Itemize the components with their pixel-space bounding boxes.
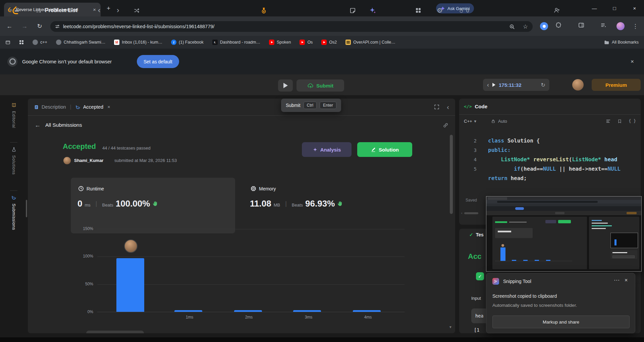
window-maximize-button[interactable]: □ (607, 0, 622, 16)
testcase-tab[interactable]: ✓ Tes (469, 232, 484, 237)
hscroll-thumb[interactable] (464, 212, 478, 214)
set-as-default-button[interactable]: Set as default (137, 55, 179, 68)
markup-and-share-button[interactable]: Markup and share (492, 316, 630, 328)
new-tab-button[interactable]: + (107, 5, 110, 12)
forward-icon[interactable]: → (20, 22, 29, 30)
bookmark-item[interactable]: Spoken (269, 40, 291, 45)
profile-avatar[interactable] (616, 22, 625, 30)
code-lines[interactable]: 2class Solution {3public:4 ListNode* rev… (459, 136, 641, 183)
zoom-icon[interactable] (509, 24, 515, 30)
submitter-name[interactable]: Shami_Kumar (74, 158, 103, 163)
all-bookmarks-button[interactable]: All Bookmarks (604, 40, 639, 45)
url-text[interactable]: leetcode.com/problems/reverse-linked-lis… (63, 24, 214, 29)
all-submissions-label[interactable]: All Submissions (45, 122, 82, 128)
back-arrow-icon[interactable]: ← (35, 122, 41, 129)
runtime-card[interactable]: Runtime 0 ms | Beats 100.00% (71, 178, 235, 233)
collaborate-icon[interactable] (553, 0, 560, 21)
timer-reset-icon[interactable]: ↻ (541, 82, 545, 88)
sidebar-item-editorial[interactable]: Editorial (9, 103, 19, 128)
tab-description[interactable]: Description (34, 104, 66, 110)
sidebar-item-solutions[interactable]: Solutions (9, 147, 19, 175)
copy-link-icon[interactable] (443, 122, 448, 128)
tab-separator: | (70, 104, 71, 110)
chart-bar-0ms[interactable] (116, 258, 144, 312)
extension-blue-icon[interactable] (540, 22, 548, 30)
banner-close-icon[interactable]: × (627, 57, 637, 67)
timer-widget[interactable]: ‹ 175:11:32 ↻ (483, 79, 549, 91)
collapse-panel-icon[interactable]: ‹ (447, 103, 449, 111)
toast-more-icon[interactable]: ⋯ (614, 277, 620, 284)
braces-icon[interactable]: { } (629, 119, 636, 123)
thumb-block (558, 220, 571, 223)
user-avatar[interactable] (572, 79, 584, 91)
window-minimize-button[interactable]: — (587, 0, 602, 16)
bookmark-icon[interactable] (618, 119, 622, 123)
scrollbar-down-arrow[interactable]: ▼ (449, 325, 452, 329)
tab-accepted[interactable]: Accepted × (75, 104, 110, 110)
auto-mode-label[interactable]: Auto (498, 119, 507, 124)
next-problem-icon[interactable]: › (117, 0, 119, 21)
browser-menu-icon[interactable]: ⋮ (632, 22, 639, 30)
leetcode-logo[interactable] (11, 0, 20, 21)
extensions-puzzle-icon[interactable] (555, 22, 561, 28)
back-icon[interactable]: ← (5, 22, 13, 30)
analysis-button[interactable]: Analysis (302, 142, 352, 157)
runtime-unit: ms (85, 203, 90, 208)
language-selector[interactable]: C++ (464, 119, 472, 124)
site-info-icon[interactable] (55, 24, 60, 29)
bookmark-item[interactable]: r.Dashboard - roadm… (212, 40, 260, 45)
format-lines-icon[interactable] (606, 119, 611, 124)
layout-grid-icon[interactable] (415, 0, 421, 21)
apps-grid-icon[interactable] (19, 40, 24, 45)
screenshot-preview[interactable] (486, 196, 642, 272)
bottom-scroll-pill[interactable] (86, 331, 144, 333)
chart-bar-4ms[interactable] (353, 310, 381, 312)
problem-list-button[interactable]: Problem List (36, 0, 77, 21)
bookmark-item[interactable]: MInbox (1,016) - kum… (114, 40, 162, 45)
panel-resize-handle[interactable] (26, 200, 27, 217)
solution-button[interactable]: Solution (357, 142, 412, 157)
side-panel-icon[interactable] (578, 22, 584, 28)
timer-play-icon[interactable] (492, 83, 495, 87)
toast-title: Snipping Tool (503, 279, 531, 284)
chevron-down-icon[interactable]: ▾ (474, 119, 477, 124)
code-hscrollbar[interactable]: ‹ (461, 211, 478, 215)
reload-icon[interactable]: ↻ (36, 22, 44, 30)
run-button[interactable] (278, 79, 293, 92)
streak-counter[interactable]: 0 (458, 0, 469, 21)
case-checkbox[interactable]: ✓ (476, 272, 484, 280)
premium-button[interactable]: Premium (592, 79, 641, 91)
fullscreen-icon[interactable] (434, 104, 439, 110)
bookmark-item[interactable]: f(1) Facebook (171, 40, 204, 45)
code-panel-title: Code (475, 104, 487, 109)
daily-task-icon[interactable] (260, 0, 267, 21)
submit-button[interactable]: Submit (297, 79, 344, 92)
bookmark-item[interactable]: OverAPI.com | Colle… (345, 40, 395, 45)
toast-close-icon[interactable]: × (625, 277, 628, 283)
bookmark-star-icon[interactable]: ☆ (523, 23, 528, 30)
input-value: [1 (474, 327, 479, 333)
prev-problem-icon[interactable]: ‹ (98, 0, 100, 21)
window-close-button[interactable]: × (627, 0, 642, 16)
notes-icon[interactable] (350, 0, 356, 21)
scroll-left-arrow[interactable]: ‹ (461, 211, 462, 215)
chart-bar-3ms[interactable] (293, 310, 321, 312)
bookmark-item[interactable]: Os (300, 40, 313, 45)
settings-gear-icon[interactable]: ⚙ (437, 0, 443, 21)
tab-close-icon[interactable]: × (92, 7, 97, 12)
chart-bar-2ms[interactable] (234, 310, 262, 312)
bookmark-item[interactable]: c++ (33, 40, 47, 45)
panel-scrollbar[interactable] (450, 135, 453, 214)
bookmark-item[interactable]: Chhattisgarh Swami… (56, 40, 105, 45)
tab-list-icon[interactable] (600, 22, 606, 28)
chart-bar-1ms[interactable] (174, 310, 202, 312)
window-icon[interactable] (5, 40, 10, 45)
timer-collapse-icon[interactable]: ‹ (487, 81, 489, 89)
address-bar[interactable]: leetcode.com/problems/reverse-linked-lis… (50, 21, 533, 32)
tab-close-icon[interactable]: × (107, 104, 110, 110)
enter-keycap: Enter (320, 102, 336, 109)
shuffle-icon[interactable] (133, 0, 140, 21)
sidebar-item-submissions[interactable]: Submissions (9, 195, 19, 230)
bookmark-item[interactable]: Os2 (321, 40, 337, 45)
ai-sparkle-icon[interactable] (369, 0, 376, 21)
